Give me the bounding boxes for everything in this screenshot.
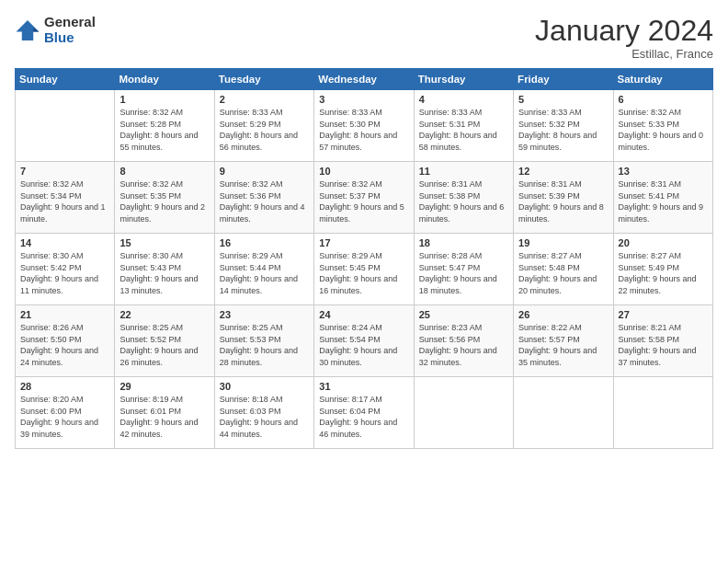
day-number: 27 bbox=[619, 309, 708, 320]
day-number: 11 bbox=[419, 166, 508, 177]
day-info: Sunrise: 8:32 AMSunset: 5:33 PMDaylight:… bbox=[619, 107, 708, 153]
calendar-cell: 10Sunrise: 8:32 AMSunset: 5:37 PMDayligh… bbox=[314, 162, 414, 234]
calendar-cell: 8Sunrise: 8:32 AMSunset: 5:35 PMDaylight… bbox=[115, 162, 214, 234]
calendar-cell: 31Sunrise: 8:17 AMSunset: 6:04 PMDayligh… bbox=[314, 377, 414, 449]
day-info: Sunrise: 8:29 AMSunset: 5:45 PMDaylight:… bbox=[319, 250, 408, 296]
calendar-cell bbox=[613, 377, 712, 449]
day-info: Sunrise: 8:23 AMSunset: 5:56 PMDaylight:… bbox=[419, 322, 508, 368]
day-number: 3 bbox=[319, 94, 408, 105]
day-info: Sunrise: 8:31 AMSunset: 5:38 PMDaylight:… bbox=[419, 178, 508, 224]
calendar-cell bbox=[414, 377, 513, 449]
day-number: 9 bbox=[220, 166, 309, 177]
day-info: Sunrise: 8:29 AMSunset: 5:44 PMDaylight:… bbox=[220, 250, 309, 296]
calendar-cell bbox=[16, 90, 115, 162]
calendar-week-4: 21Sunrise: 8:26 AMSunset: 5:50 PMDayligh… bbox=[16, 305, 713, 377]
day-number: 19 bbox=[518, 237, 608, 248]
calendar-cell: 17Sunrise: 8:29 AMSunset: 5:45 PMDayligh… bbox=[314, 234, 414, 305]
day-number: 31 bbox=[319, 381, 408, 392]
day-number: 22 bbox=[119, 309, 209, 320]
day-info: Sunrise: 8:32 AMSunset: 5:37 PMDaylight:… bbox=[319, 178, 408, 224]
calendar-cell: 26Sunrise: 8:22 AMSunset: 5:57 PMDayligh… bbox=[514, 305, 613, 377]
col-friday: Friday bbox=[514, 69, 613, 90]
day-number: 20 bbox=[619, 237, 708, 248]
calendar-cell: 3Sunrise: 8:33 AMSunset: 5:30 PMDaylight… bbox=[314, 90, 414, 162]
day-number: 5 bbox=[518, 94, 608, 105]
page-container: General Blue January 2024 Estillac, Fran… bbox=[0, 0, 728, 458]
day-info: Sunrise: 8:33 AMSunset: 5:31 PMDaylight:… bbox=[419, 107, 508, 153]
day-info: Sunrise: 8:32 AMSunset: 5:28 PMDaylight:… bbox=[119, 107, 209, 153]
calendar-cell: 13Sunrise: 8:31 AMSunset: 5:41 PMDayligh… bbox=[613, 162, 712, 234]
calendar-week-3: 14Sunrise: 8:30 AMSunset: 5:42 PMDayligh… bbox=[16, 234, 713, 305]
day-number: 21 bbox=[20, 309, 109, 320]
day-info: Sunrise: 8:30 AMSunset: 5:43 PMDaylight:… bbox=[119, 250, 209, 296]
day-info: Sunrise: 8:33 AMSunset: 5:30 PMDaylight:… bbox=[319, 107, 408, 153]
calendar-cell: 16Sunrise: 8:29 AMSunset: 5:44 PMDayligh… bbox=[214, 234, 313, 305]
calendar-cell: 1Sunrise: 8:32 AMSunset: 5:28 PMDaylight… bbox=[115, 90, 214, 162]
day-info: Sunrise: 8:24 AMSunset: 5:54 PMDaylight:… bbox=[319, 322, 408, 368]
day-number: 15 bbox=[119, 237, 209, 248]
day-info: Sunrise: 8:18 AMSunset: 6:03 PMDaylight:… bbox=[220, 394, 309, 440]
calendar-cell: 22Sunrise: 8:25 AMSunset: 5:52 PMDayligh… bbox=[115, 305, 214, 377]
calendar-week-1: 1Sunrise: 8:32 AMSunset: 5:28 PMDaylight… bbox=[16, 90, 713, 162]
day-number: 2 bbox=[220, 94, 309, 105]
logo-icon bbox=[15, 17, 40, 43]
calendar-cell: 28Sunrise: 8:20 AMSunset: 6:00 PMDayligh… bbox=[16, 377, 115, 449]
day-number: 6 bbox=[619, 94, 708, 105]
logo-text: General Blue bbox=[44, 15, 96, 45]
calendar-cell: 14Sunrise: 8:30 AMSunset: 5:42 PMDayligh… bbox=[16, 234, 115, 305]
day-number: 30 bbox=[220, 381, 309, 392]
calendar-cell: 15Sunrise: 8:30 AMSunset: 5:43 PMDayligh… bbox=[115, 234, 214, 305]
calendar-cell: 24Sunrise: 8:24 AMSunset: 5:54 PMDayligh… bbox=[314, 305, 414, 377]
day-info: Sunrise: 8:21 AMSunset: 5:58 PMDaylight:… bbox=[619, 322, 708, 368]
svg-marker-1 bbox=[33, 27, 39, 31]
calendar-cell: 20Sunrise: 8:27 AMSunset: 5:49 PMDayligh… bbox=[613, 234, 712, 305]
day-number: 25 bbox=[419, 309, 508, 320]
calendar-cell: 29Sunrise: 8:19 AMSunset: 6:01 PMDayligh… bbox=[115, 377, 214, 449]
day-info: Sunrise: 8:32 AMSunset: 5:34 PMDaylight:… bbox=[20, 178, 109, 224]
calendar-cell: 5Sunrise: 8:33 AMSunset: 5:32 PMDaylight… bbox=[514, 90, 613, 162]
calendar-cell: 25Sunrise: 8:23 AMSunset: 5:56 PMDayligh… bbox=[414, 305, 513, 377]
calendar-cell: 23Sunrise: 8:25 AMSunset: 5:53 PMDayligh… bbox=[214, 305, 313, 377]
day-info: Sunrise: 8:32 AMSunset: 5:35 PMDaylight:… bbox=[119, 178, 209, 224]
calendar-cell: 27Sunrise: 8:21 AMSunset: 5:58 PMDayligh… bbox=[613, 305, 712, 377]
calendar-table: Sunday Monday Tuesday Wednesday Thursday… bbox=[15, 68, 713, 449]
day-info: Sunrise: 8:27 AMSunset: 5:49 PMDaylight:… bbox=[619, 250, 708, 296]
day-info: Sunrise: 8:25 AMSunset: 5:52 PMDaylight:… bbox=[119, 322, 209, 368]
calendar-cell: 11Sunrise: 8:31 AMSunset: 5:38 PMDayligh… bbox=[414, 162, 513, 234]
day-info: Sunrise: 8:20 AMSunset: 6:00 PMDaylight:… bbox=[20, 394, 109, 440]
day-number: 1 bbox=[119, 94, 209, 105]
title-block: January 2024 Estillac, France bbox=[535, 15, 713, 61]
day-number: 16 bbox=[220, 237, 309, 248]
calendar-cell: 21Sunrise: 8:26 AMSunset: 5:50 PMDayligh… bbox=[16, 305, 115, 377]
day-number: 28 bbox=[20, 381, 109, 392]
day-number: 10 bbox=[319, 166, 408, 177]
day-number: 24 bbox=[319, 309, 408, 320]
month-title: January 2024 bbox=[535, 15, 713, 47]
day-info: Sunrise: 8:19 AMSunset: 6:01 PMDaylight:… bbox=[119, 394, 209, 440]
header-row: Sunday Monday Tuesday Wednesday Thursday… bbox=[16, 69, 713, 90]
calendar-cell: 2Sunrise: 8:33 AMSunset: 5:29 PMDaylight… bbox=[214, 90, 313, 162]
calendar-cell: 9Sunrise: 8:32 AMSunset: 5:36 PMDaylight… bbox=[214, 162, 313, 234]
calendar-week-2: 7Sunrise: 8:32 AMSunset: 5:34 PMDaylight… bbox=[16, 162, 713, 234]
day-info: Sunrise: 8:26 AMSunset: 5:50 PMDaylight:… bbox=[20, 322, 109, 368]
calendar-cell: 30Sunrise: 8:18 AMSunset: 6:03 PMDayligh… bbox=[214, 377, 313, 449]
day-number: 8 bbox=[119, 166, 209, 177]
logo-blue: Blue bbox=[44, 30, 96, 46]
calendar-cell: 18Sunrise: 8:28 AMSunset: 5:47 PMDayligh… bbox=[414, 234, 513, 305]
location-subtitle: Estillac, France bbox=[535, 47, 713, 61]
col-saturday: Saturday bbox=[613, 69, 712, 90]
day-info: Sunrise: 8:22 AMSunset: 5:57 PMDaylight:… bbox=[518, 322, 608, 368]
day-number: 29 bbox=[119, 381, 209, 392]
day-number: 23 bbox=[220, 309, 309, 320]
calendar-cell: 7Sunrise: 8:32 AMSunset: 5:34 PMDaylight… bbox=[16, 162, 115, 234]
logo: General Blue bbox=[15, 15, 96, 45]
day-info: Sunrise: 8:30 AMSunset: 5:42 PMDaylight:… bbox=[20, 250, 109, 296]
col-thursday: Thursday bbox=[414, 69, 513, 90]
day-info: Sunrise: 8:27 AMSunset: 5:48 PMDaylight:… bbox=[518, 250, 608, 296]
header: General Blue January 2024 Estillac, Fran… bbox=[15, 15, 713, 61]
day-info: Sunrise: 8:31 AMSunset: 5:41 PMDaylight:… bbox=[619, 178, 708, 224]
day-number: 18 bbox=[419, 237, 508, 248]
calendar-week-5: 28Sunrise: 8:20 AMSunset: 6:00 PMDayligh… bbox=[16, 377, 713, 449]
day-number: 13 bbox=[619, 166, 708, 177]
calendar-cell: 12Sunrise: 8:31 AMSunset: 5:39 PMDayligh… bbox=[514, 162, 613, 234]
